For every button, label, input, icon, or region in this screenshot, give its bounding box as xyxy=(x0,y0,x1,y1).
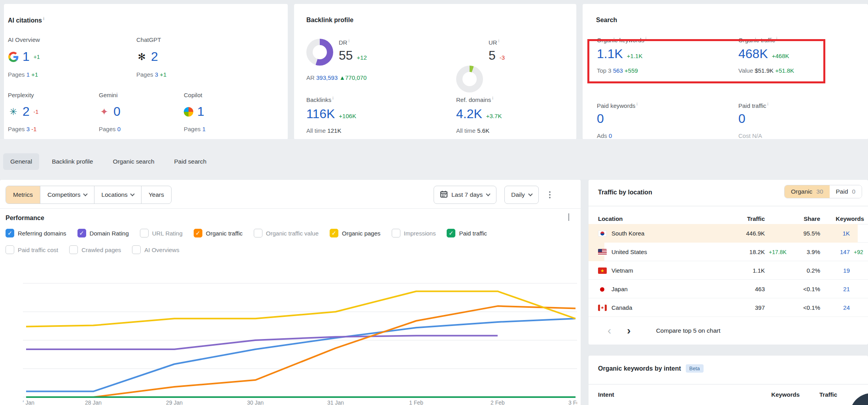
location-name[interactable]: Vietnam xyxy=(611,267,633,274)
checkbox-url-rating[interactable]: URL Rating xyxy=(140,229,183,237)
location-name[interactable]: South Korea xyxy=(611,230,644,237)
toggle-organic[interactable]: Organic30 xyxy=(785,185,830,198)
location-name[interactable]: Canada xyxy=(611,304,632,311)
top3-value-link[interactable]: 563 xyxy=(613,67,623,74)
kebab-menu-icon[interactable] xyxy=(547,189,553,201)
checkbox-crawled-pages[interactable]: Crawled pages xyxy=(69,245,121,254)
location-name[interactable]: Japan xyxy=(611,286,628,292)
share-value: <0.1% xyxy=(777,286,820,292)
info-icon: i xyxy=(645,36,646,41)
ref-domains-change: +3.7K xyxy=(486,113,502,119)
ref-domains-value[interactable]: 4.2K xyxy=(456,107,482,121)
performance-panel: Metrics Competitors Locations Years Last… xyxy=(0,180,581,405)
column-header-keywords[interactable]: Keywords xyxy=(824,215,864,222)
table-row-united-states[interactable]: United States 18.2K +17.8K 3.9% 147 +92 xyxy=(589,243,868,261)
organic-traffic-value[interactable]: 468K xyxy=(738,47,768,61)
tab-paid-search[interactable]: Paid search xyxy=(167,153,214,170)
table-row-japan[interactable]: Japan 463 <0.1% 21 xyxy=(589,280,868,298)
checkbox-referring-domains[interactable]: ✓Referring domains xyxy=(6,229,66,237)
checkbox-organic-traffic[interactable]: ✓Organic traffic xyxy=(194,229,243,237)
checkbox-paid-traffic-cost[interactable]: Paid traffic cost xyxy=(6,245,58,254)
table-row-canada[interactable]: Canada 397 <0.1% 24 xyxy=(589,298,868,317)
pages-label: Pages xyxy=(8,126,25,132)
ur-change: -3 xyxy=(500,54,505,61)
checkbox-label: AI Overviews xyxy=(144,247,179,253)
table-row-vietnam[interactable]: Vietnam 1.1K 0.2% 19 xyxy=(589,261,868,280)
performance-line-chart[interactable] xyxy=(23,263,577,399)
paid-keywords-value[interactable]: 0 xyxy=(597,111,604,126)
organic-keywords-value[interactable]: 1.1K xyxy=(597,47,623,61)
checkbox-icon: ✓ xyxy=(6,229,14,237)
checkbox-organic-pages[interactable]: ✓Organic pages xyxy=(330,229,381,237)
ads-value-link[interactable]: 0 xyxy=(609,132,612,139)
table-row-south-korea[interactable]: South Korea 446.9K 95.5% 1K xyxy=(589,224,868,243)
divider xyxy=(589,206,868,206)
pages-count-link[interactable]: 1 xyxy=(202,126,206,132)
filter-competitors[interactable]: Competitors xyxy=(40,186,94,203)
checkbox-icon xyxy=(140,229,149,237)
column-header-traffic[interactable]: Traffic xyxy=(713,215,765,222)
traffic-by-location-panel: Traffic by location Organic30 Paid0 Loca… xyxy=(589,180,868,345)
traffic-value: 397 xyxy=(713,304,765,311)
keywords-by-intent-panel: Organic keywords by intent Beta Intent K… xyxy=(589,356,868,405)
paid-traffic-value[interactable]: 0 xyxy=(738,111,745,126)
calendar-icon xyxy=(440,190,447,199)
checkbox-icon: ✓ xyxy=(194,229,202,237)
keywords-link[interactable]: 21 xyxy=(816,286,850,292)
checkbox-paid-traffic[interactable]: ✓Paid traffic xyxy=(447,229,487,237)
chatgpt-count[interactable]: 2 xyxy=(151,49,158,64)
pages-count-link[interactable]: 1 xyxy=(26,71,30,78)
alltime-value: 5.6K xyxy=(477,127,489,134)
checkbox-impressions[interactable]: Impressions xyxy=(392,229,436,237)
ai-citations-panel: AI citationsi AI Overview 1 +1 Pages 1 +… xyxy=(4,4,288,139)
perplexity-count[interactable]: 2 xyxy=(23,104,30,119)
column-header-location[interactable]: Location xyxy=(598,215,623,222)
section-tab-bar: General Backlink profile Organic search … xyxy=(0,139,868,179)
pagination-prev-button[interactable]: ‹ xyxy=(608,325,611,336)
filter-years[interactable]: Years xyxy=(142,186,171,203)
flag-vietnam-icon xyxy=(598,267,607,274)
ai-overview-count[interactable]: 1 xyxy=(23,49,30,64)
keywords-link[interactable]: 147 xyxy=(816,249,850,255)
location-name[interactable]: United States xyxy=(611,249,647,255)
filter-locations[interactable]: Locations xyxy=(94,186,142,203)
copilot-count[interactable]: 1 xyxy=(197,104,204,119)
column-header-intent[interactable]: Intent xyxy=(598,391,614,398)
column-header-share[interactable]: Share xyxy=(777,215,820,222)
checkbox-domain-rating[interactable]: ✓Domain Rating xyxy=(77,229,129,237)
granularity-button[interactable]: Daily xyxy=(504,186,538,204)
filter-metrics[interactable]: Metrics xyxy=(6,186,40,203)
ar-value-link[interactable]: 393,593 xyxy=(316,74,338,81)
column-header-intent-traffic[interactable]: Traffic xyxy=(806,391,837,398)
alltime-value: 121K xyxy=(327,127,341,134)
backlinks-value[interactable]: 116K xyxy=(306,107,335,121)
checkbox-label: Referring domains xyxy=(18,230,66,237)
traffic-value: 463 xyxy=(713,286,765,292)
checkbox-icon xyxy=(254,229,262,237)
domain-rating-donut xyxy=(306,39,333,66)
paid-traffic-label: Paid traffici xyxy=(738,102,768,109)
collapse-section-button[interactable] xyxy=(568,213,569,220)
checkbox-ai-overviews[interactable]: AI Overviews xyxy=(132,245,179,254)
column-header-intent-keywords[interactable]: Keywords xyxy=(748,391,800,398)
gemini-count[interactable]: 0 xyxy=(113,104,121,119)
tab-organic-search[interactable]: Organic search xyxy=(106,153,161,170)
compare-top5-link[interactable]: Compare top 5 on chart xyxy=(656,327,721,334)
pages-label: Pages xyxy=(184,126,201,132)
date-range-button[interactable]: Last 7 days xyxy=(434,186,496,204)
checkbox-organic-traffic-value[interactable]: Organic traffic value xyxy=(254,229,319,237)
checkbox-icon xyxy=(132,245,141,254)
organic-paid-toggle: Organic30 Paid0 xyxy=(784,185,862,198)
tab-backlink-profile[interactable]: Backlink profile xyxy=(45,153,100,170)
keywords-link[interactable]: 1K xyxy=(816,230,850,237)
ai-overview-label: AI Overview xyxy=(8,36,40,43)
pages-count-link[interactable]: 3 xyxy=(26,126,30,132)
toggle-paid[interactable]: Paid0 xyxy=(830,185,862,198)
keywords-link[interactable]: 24 xyxy=(816,304,850,311)
pages-count-link[interactable]: 0 xyxy=(117,126,121,132)
tab-general[interactable]: General xyxy=(3,153,39,170)
pages-change: -1 xyxy=(31,126,36,132)
pagination-next-button[interactable]: › xyxy=(627,325,630,336)
pages-count-link[interactable]: 3 xyxy=(155,71,158,78)
keywords-link[interactable]: 19 xyxy=(816,267,850,274)
